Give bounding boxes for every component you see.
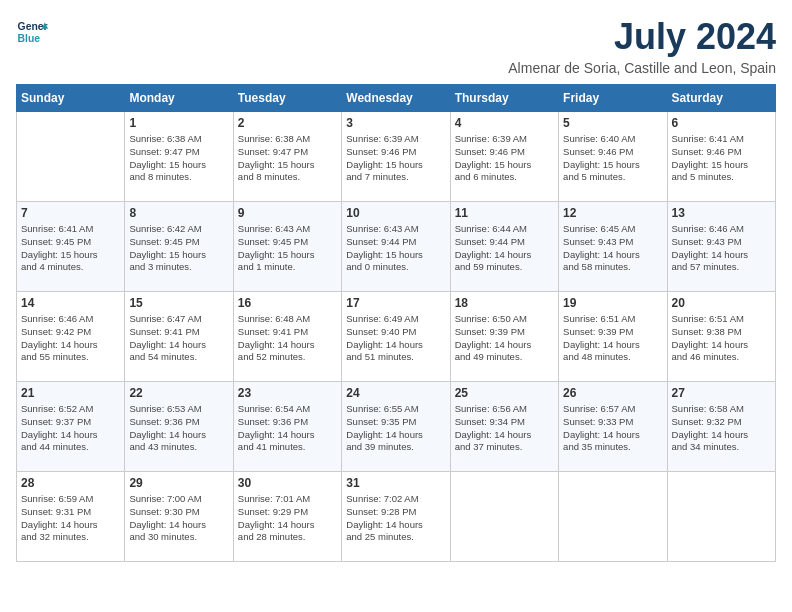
- day-number: 29: [129, 476, 228, 490]
- cell-content: Sunrise: 6:38 AM Sunset: 9:47 PM Dayligh…: [129, 133, 228, 184]
- day-number: 31: [346, 476, 445, 490]
- day-number: 1: [129, 116, 228, 130]
- day-number: 6: [672, 116, 771, 130]
- day-number: 30: [238, 476, 337, 490]
- cell-content: Sunrise: 6:46 AM Sunset: 9:42 PM Dayligh…: [21, 313, 120, 364]
- cell-content: Sunrise: 6:40 AM Sunset: 9:46 PM Dayligh…: [563, 133, 662, 184]
- calendar-cell: 25Sunrise: 6:56 AM Sunset: 9:34 PM Dayli…: [450, 382, 558, 472]
- calendar-cell: 22Sunrise: 6:53 AM Sunset: 9:36 PM Dayli…: [125, 382, 233, 472]
- day-number: 3: [346, 116, 445, 130]
- month-title: July 2024: [508, 16, 776, 58]
- calendar-cell: 14Sunrise: 6:46 AM Sunset: 9:42 PM Dayli…: [17, 292, 125, 382]
- calendar-cell: [559, 472, 667, 562]
- day-number: 28: [21, 476, 120, 490]
- weekday-header-cell: Tuesday: [233, 85, 341, 112]
- cell-content: Sunrise: 6:53 AM Sunset: 9:36 PM Dayligh…: [129, 403, 228, 454]
- cell-content: Sunrise: 6:56 AM Sunset: 9:34 PM Dayligh…: [455, 403, 554, 454]
- day-number: 22: [129, 386, 228, 400]
- calendar-week-row: 28Sunrise: 6:59 AM Sunset: 9:31 PM Dayli…: [17, 472, 776, 562]
- day-number: 16: [238, 296, 337, 310]
- cell-content: Sunrise: 6:42 AM Sunset: 9:45 PM Dayligh…: [129, 223, 228, 274]
- calendar-cell: 21Sunrise: 6:52 AM Sunset: 9:37 PM Dayli…: [17, 382, 125, 472]
- calendar-week-row: 21Sunrise: 6:52 AM Sunset: 9:37 PM Dayli…: [17, 382, 776, 472]
- cell-content: Sunrise: 6:52 AM Sunset: 9:37 PM Dayligh…: [21, 403, 120, 454]
- calendar-cell: 19Sunrise: 6:51 AM Sunset: 9:39 PM Dayli…: [559, 292, 667, 382]
- cell-content: Sunrise: 6:50 AM Sunset: 9:39 PM Dayligh…: [455, 313, 554, 364]
- day-number: 23: [238, 386, 337, 400]
- day-number: 4: [455, 116, 554, 130]
- day-number: 27: [672, 386, 771, 400]
- cell-content: Sunrise: 6:58 AM Sunset: 9:32 PM Dayligh…: [672, 403, 771, 454]
- calendar-cell: 9Sunrise: 6:43 AM Sunset: 9:45 PM Daylig…: [233, 202, 341, 292]
- calendar-cell: 18Sunrise: 6:50 AM Sunset: 9:39 PM Dayli…: [450, 292, 558, 382]
- calendar-body: 1Sunrise: 6:38 AM Sunset: 9:47 PM Daylig…: [17, 112, 776, 562]
- cell-content: Sunrise: 7:02 AM Sunset: 9:28 PM Dayligh…: [346, 493, 445, 544]
- cell-content: Sunrise: 6:46 AM Sunset: 9:43 PM Dayligh…: [672, 223, 771, 274]
- calendar-cell: 6Sunrise: 6:41 AM Sunset: 9:46 PM Daylig…: [667, 112, 775, 202]
- weekday-header-row: SundayMondayTuesdayWednesdayThursdayFrid…: [17, 85, 776, 112]
- calendar-cell: 8Sunrise: 6:42 AM Sunset: 9:45 PM Daylig…: [125, 202, 233, 292]
- calendar-cell: 7Sunrise: 6:41 AM Sunset: 9:45 PM Daylig…: [17, 202, 125, 292]
- calendar-cell: 15Sunrise: 6:47 AM Sunset: 9:41 PM Dayli…: [125, 292, 233, 382]
- calendar-cell: 23Sunrise: 6:54 AM Sunset: 9:36 PM Dayli…: [233, 382, 341, 472]
- cell-content: Sunrise: 6:39 AM Sunset: 9:46 PM Dayligh…: [346, 133, 445, 184]
- calendar-cell: 12Sunrise: 6:45 AM Sunset: 9:43 PM Dayli…: [559, 202, 667, 292]
- day-number: 24: [346, 386, 445, 400]
- calendar-cell: 11Sunrise: 6:44 AM Sunset: 9:44 PM Dayli…: [450, 202, 558, 292]
- calendar-cell: 29Sunrise: 7:00 AM Sunset: 9:30 PM Dayli…: [125, 472, 233, 562]
- weekday-header-cell: Friday: [559, 85, 667, 112]
- page-header: General Blue July 2024 Almenar de Soria,…: [16, 16, 776, 76]
- day-number: 2: [238, 116, 337, 130]
- logo: General Blue: [16, 16, 48, 48]
- day-number: 10: [346, 206, 445, 220]
- day-number: 9: [238, 206, 337, 220]
- calendar-cell: 24Sunrise: 6:55 AM Sunset: 9:35 PM Dayli…: [342, 382, 450, 472]
- calendar-cell: 30Sunrise: 7:01 AM Sunset: 9:29 PM Dayli…: [233, 472, 341, 562]
- day-number: 26: [563, 386, 662, 400]
- calendar-cell: 26Sunrise: 6:57 AM Sunset: 9:33 PM Dayli…: [559, 382, 667, 472]
- day-number: 25: [455, 386, 554, 400]
- day-number: 12: [563, 206, 662, 220]
- calendar-cell: 3Sunrise: 6:39 AM Sunset: 9:46 PM Daylig…: [342, 112, 450, 202]
- day-number: 14: [21, 296, 120, 310]
- day-number: 8: [129, 206, 228, 220]
- day-number: 18: [455, 296, 554, 310]
- calendar-cell: [17, 112, 125, 202]
- day-number: 5: [563, 116, 662, 130]
- day-number: 15: [129, 296, 228, 310]
- svg-text:Blue: Blue: [18, 33, 41, 44]
- cell-content: Sunrise: 6:49 AM Sunset: 9:40 PM Dayligh…: [346, 313, 445, 364]
- day-number: 7: [21, 206, 120, 220]
- cell-content: Sunrise: 6:38 AM Sunset: 9:47 PM Dayligh…: [238, 133, 337, 184]
- title-area: July 2024 Almenar de Soria, Castille and…: [508, 16, 776, 76]
- cell-content: Sunrise: 6:54 AM Sunset: 9:36 PM Dayligh…: [238, 403, 337, 454]
- day-number: 19: [563, 296, 662, 310]
- day-number: 17: [346, 296, 445, 310]
- weekday-header-cell: Sunday: [17, 85, 125, 112]
- cell-content: Sunrise: 6:57 AM Sunset: 9:33 PM Dayligh…: [563, 403, 662, 454]
- weekday-header-cell: Thursday: [450, 85, 558, 112]
- cell-content: Sunrise: 6:39 AM Sunset: 9:46 PM Dayligh…: [455, 133, 554, 184]
- cell-content: Sunrise: 6:41 AM Sunset: 9:45 PM Dayligh…: [21, 223, 120, 274]
- cell-content: Sunrise: 6:43 AM Sunset: 9:45 PM Dayligh…: [238, 223, 337, 274]
- location-title: Almenar de Soria, Castille and Leon, Spa…: [508, 60, 776, 76]
- calendar-cell: 28Sunrise: 6:59 AM Sunset: 9:31 PM Dayli…: [17, 472, 125, 562]
- day-number: 20: [672, 296, 771, 310]
- cell-content: Sunrise: 6:48 AM Sunset: 9:41 PM Dayligh…: [238, 313, 337, 364]
- weekday-header-cell: Saturday: [667, 85, 775, 112]
- day-number: 13: [672, 206, 771, 220]
- weekday-header-cell: Monday: [125, 85, 233, 112]
- cell-content: Sunrise: 6:59 AM Sunset: 9:31 PM Dayligh…: [21, 493, 120, 544]
- calendar-week-row: 14Sunrise: 6:46 AM Sunset: 9:42 PM Dayli…: [17, 292, 776, 382]
- cell-content: Sunrise: 6:43 AM Sunset: 9:44 PM Dayligh…: [346, 223, 445, 274]
- calendar-week-row: 7Sunrise: 6:41 AM Sunset: 9:45 PM Daylig…: [17, 202, 776, 292]
- weekday-header-cell: Wednesday: [342, 85, 450, 112]
- cell-content: Sunrise: 7:00 AM Sunset: 9:30 PM Dayligh…: [129, 493, 228, 544]
- cell-content: Sunrise: 7:01 AM Sunset: 9:29 PM Dayligh…: [238, 493, 337, 544]
- cell-content: Sunrise: 6:44 AM Sunset: 9:44 PM Dayligh…: [455, 223, 554, 274]
- day-number: 21: [21, 386, 120, 400]
- calendar-cell: 16Sunrise: 6:48 AM Sunset: 9:41 PM Dayli…: [233, 292, 341, 382]
- calendar-week-row: 1Sunrise: 6:38 AM Sunset: 9:47 PM Daylig…: [17, 112, 776, 202]
- calendar-cell: 31Sunrise: 7:02 AM Sunset: 9:28 PM Dayli…: [342, 472, 450, 562]
- calendar-cell: 4Sunrise: 6:39 AM Sunset: 9:46 PM Daylig…: [450, 112, 558, 202]
